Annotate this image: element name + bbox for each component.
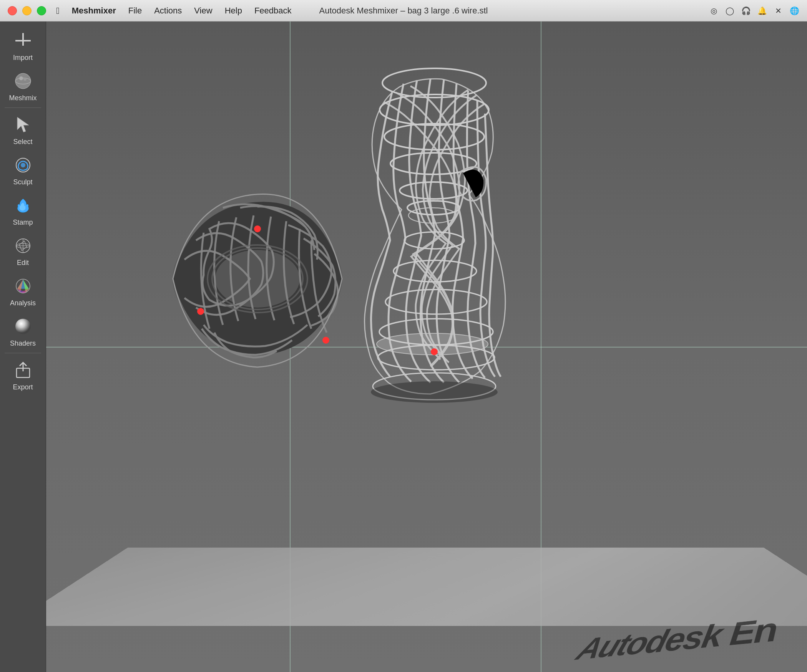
meshmix-icon [12,70,34,92]
red-dot-torus-top [254,225,261,232]
time-machine-icon: ◯ [725,6,735,16]
wifi-icon: 🌐 [789,6,799,16]
menu-actions[interactable]: Actions [148,4,188,17]
sidebar-item-meshmix[interactable]: Meshmix [0,66,46,106]
menu-file[interactable]: File [122,4,148,17]
sidebar-item-import[interactable]: Import [0,25,46,66]
red-dot-torus-bottom [322,337,329,344]
sculpt-label: Sculpt [13,178,32,186]
svg-point-21 [15,319,31,334]
svg-point-4 [19,76,23,80]
app-name[interactable]: Meshmixer [66,4,122,17]
edit-label: Edit [17,259,29,267]
import-label: Import [13,54,33,62]
svg-marker-6 [17,117,29,132]
notification-icon: 🔔 [757,6,767,16]
edit-icon [12,235,34,257]
red-dot-torus-left [197,308,204,315]
apple-menu[interactable]:  [50,4,66,18]
beats-icon: ◎ [709,6,719,16]
menu-bar:  Meshmixer File Actions View Help Feedb… [50,4,298,18]
close-button[interactable] [8,6,17,15]
sidebar: Import Meshmix Selec [0,22,46,672]
menu-feedback[interactable]: Feedback [248,4,298,17]
svg-point-5 [23,78,27,81]
close-notification-icon: ✕ [773,6,783,16]
sidebar-item-shaders[interactable]: Shaders [0,311,46,351]
import-icon [12,30,34,51]
menu-help[interactable]: Help [219,4,248,17]
svg-point-8 [21,163,25,167]
divider-2 [5,353,41,353]
sidebar-item-export[interactable]: Export [0,355,46,395]
sidebar-item-stamp[interactable]: Stamp [0,190,46,230]
sidebar-item-analysis[interactable]: Analysis [0,271,46,311]
menu-view[interactable]: View [188,4,218,17]
stamp-label: Stamp [13,218,33,227]
export-label: Export [13,383,33,391]
maximize-button[interactable] [37,6,46,15]
vase-object [365,68,505,403]
svg-point-35 [400,182,467,199]
svg-point-42 [371,381,498,403]
headphone-icon: 🎧 [741,6,751,16]
svg-point-2 [15,73,31,89]
sidebar-item-select[interactable]: Select [0,109,46,150]
shaders-label: Shaders [10,339,36,348]
analysis-label: Analysis [10,299,36,307]
viewport-svg [46,22,807,672]
minimize-button[interactable] [22,6,32,15]
system-icons: ◎ ◯ 🎧 🔔 ✕ 🌐 [709,6,807,16]
window-title: Autodesk Meshmixer – bag 3 large .6 wire… [319,6,488,16]
divider-1 [5,108,41,108]
red-dot-vase [431,348,438,355]
select-icon [12,114,34,136]
select-label: Select [13,138,32,146]
viewport[interactable]: Autodesk En [46,22,807,672]
sidebar-item-edit[interactable]: Edit [0,230,46,271]
stamp-icon [12,195,34,216]
export-icon [12,359,34,381]
meshmix-label: Meshmix [9,94,37,102]
main-layout: Import Meshmix Selec [0,22,807,672]
traffic-lights [0,6,46,15]
analysis-icon [12,275,34,297]
sculpt-icon [12,154,34,176]
sidebar-item-sculpt[interactable]: Sculpt [0,150,46,190]
torus-object [173,194,342,367]
title-bar:  Meshmixer File Actions View Help Feedb… [0,0,807,22]
shaders-icon [12,316,34,337]
